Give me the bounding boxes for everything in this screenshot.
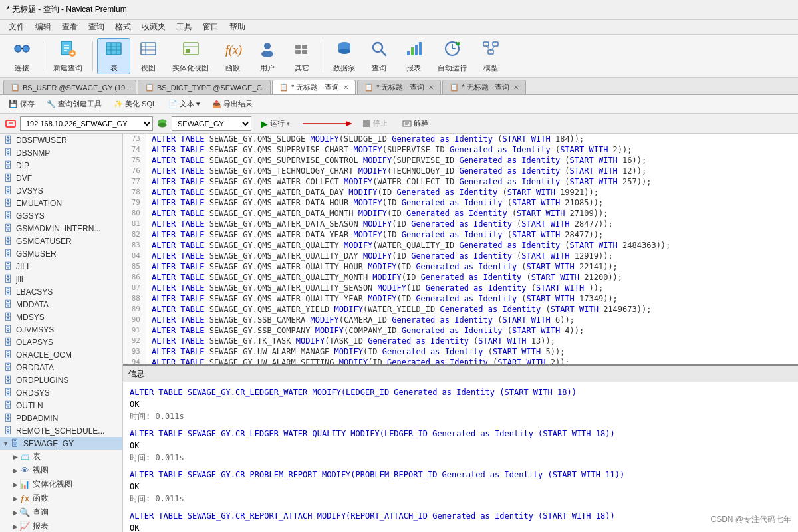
sidebar-label: GGSYS — [16, 211, 45, 221]
sidebar-item-mdsys[interactable]: 🗄 MDSYS — [0, 311, 122, 323]
sidebar-item-pdbadmin[interactable]: 🗄 PDBADMIN — [0, 412, 122, 424]
sidebar-item-sewage-gy[interactable]: ▼ 🗄 SEWAGE_GY — [0, 437, 122, 450]
line-content: ALTER TABLE SEWAGE_GY.QMS_WATER_QUALITY_… — [146, 293, 618, 304]
sidebar-item-gsmadmin[interactable]: 🗄 GSMADMIN_INTERN... — [0, 222, 122, 235]
query-group-icon: 🔍 — [19, 507, 30, 517]
tab-untitled-1[interactable]: 📋 * 无标题 - 查询 ✕ — [272, 80, 356, 94]
sidebar-item-mat-view[interactable]: ▶ 📊 实体化视图 — [0, 477, 122, 491]
menu-view[interactable]: 查看 — [57, 20, 83, 34]
sidebar-item-query[interactable]: ▶ 🔍 查询 — [0, 505, 122, 519]
toolbar-table[interactable]: 表 — [97, 38, 130, 74]
tab-bs-user[interactable]: 📋 BS_USER @SEWAGE_GY (19... ✕ — [3, 80, 136, 94]
line-content: ALTER TABLE SEWAGE_GY.QMS_WATER_QUALITY_… — [146, 283, 603, 293]
sidebar-item-table[interactable]: ▶ 🗃 表 — [0, 450, 122, 464]
toolbar-query[interactable]: 查询 — [362, 38, 396, 74]
tab-close-3[interactable]: ✕ — [343, 84, 348, 91]
menu-window[interactable]: 窗口 — [198, 20, 224, 34]
toolbar-data-pump[interactable]: 数据泵 — [327, 38, 361, 74]
run-btn[interactable]: ▶ 运行 ▾ — [255, 117, 295, 130]
sidebar-item-func[interactable]: ▶ ƒx 函数 — [0, 491, 122, 505]
sidebar-item-jili-upper[interactable]: 🗄 JILI — [0, 260, 122, 273]
toolbar-model[interactable]: 模型 — [474, 38, 507, 74]
toolbar-user[interactable]: 用户 — [251, 38, 284, 74]
sidebar-item-lbacsys[interactable]: 🗄 LBACSYS — [0, 285, 122, 298]
svg-rect-27 — [302, 50, 307, 54]
sidebar-item-dbsfwuser[interactable]: 🗄 DBSFWUSER — [0, 134, 122, 146]
toolbar-new-query[interactable]: + 新建查询 — [47, 38, 88, 74]
code-line: 90ALTER TABLE SEWAGE_GY.SSB_CAMERA MODIF… — [123, 315, 798, 325]
sidebar-item-olapsys[interactable]: 🗄 OLAPSYS — [0, 336, 122, 348]
sidebar-item-oracle-ocm[interactable]: 🗄 ORACLE_OCM — [0, 348, 122, 361]
sidebar-item-emulation[interactable]: 🗄 EMULATION — [0, 197, 122, 209]
svg-rect-50 — [363, 120, 370, 127]
stop-btn[interactable]: 停止 — [356, 117, 393, 130]
sidebar-label: PDBADMIN — [16, 414, 58, 423]
beautify-icon: ✨ — [114, 100, 123, 108]
svg-text:f(x): f(x) — [225, 43, 242, 57]
sidebar-item-dvsys[interactable]: 🗄 DVSYS — [0, 184, 122, 197]
code-editor[interactable]: 73ALTER TABLE SEWAGE_GY.QMS_SLUDGE MODIF… — [123, 134, 798, 366]
sidebar-item-jili-lower[interactable]: 🗄 jili — [0, 273, 122, 285]
sidebar-label: DBSNMP — [16, 148, 50, 158]
tab-close-5[interactable]: ✕ — [513, 84, 519, 91]
line-number: 79 — [123, 198, 146, 208]
toolbar-auto-run[interactable]: 自动运行 — [432, 38, 473, 74]
menu-help[interactable]: 帮助 — [224, 20, 251, 34]
sidebar-item-remote-schedule[interactable]: 🗄 REMOTE_SCHEDULE... — [0, 424, 122, 437]
sidebar-item-gsmcatuser[interactable]: 🗄 GSMCATUSER — [0, 235, 122, 247]
toolbar-other[interactable]: 其它 — [285, 38, 319, 74]
sidebar-item-ggsys[interactable]: 🗄 GGSYS — [0, 209, 122, 222]
sidebar-item-ordsys[interactable]: 🗄 ORDSYS — [0, 386, 122, 399]
sidebar-item-orddata[interactable]: 🗄 ORDDATA — [0, 361, 122, 374]
sidebar-item-mddata[interactable]: 🗄 MDDATA — [0, 298, 122, 311]
sidebar-item-dip[interactable]: 🗄 DIP — [0, 159, 122, 172]
tab-untitled-3[interactable]: 📋 * 无标题 - 查询 ✕ — [442, 80, 526, 94]
sidebar-label: DIP — [16, 161, 29, 170]
line-content: ALTER TABLE SEWAGE_GY.QMS_SUPERVISE_CHAR… — [146, 144, 632, 155]
run-dropdown[interactable]: ▾ — [287, 120, 290, 127]
text-btn[interactable]: 📄 文本 ▾ — [164, 97, 205, 111]
export-btn[interactable]: 📤 导出结果 — [207, 97, 257, 111]
menu-favorites[interactable]: 收藏夹 — [136, 20, 171, 34]
menu-query[interactable]: 查询 — [83, 20, 110, 34]
database-select[interactable]: SEWAGE_GY — [172, 116, 251, 131]
sidebar-item-view[interactable]: ▶ 👁 视图 — [0, 464, 122, 477]
toolbar-mat-view[interactable]: 实体化视图 — [166, 38, 215, 74]
sidebar-item-report[interactable]: ▶ 📈 报表 — [0, 519, 122, 532]
code-line: 84ALTER TABLE SEWAGE_GY.QMS_WATER_QUALIT… — [123, 251, 798, 261]
menu-edit[interactable]: 编辑 — [30, 20, 57, 34]
sidebar-item-dbsnmp[interactable]: 🗄 DBSNMP — [0, 146, 122, 159]
connect-icon — [13, 39, 31, 62]
new-query-icon: + — [59, 39, 77, 62]
svg-rect-20 — [186, 49, 190, 53]
sidebar-label: DVF — [16, 174, 32, 183]
tab-close-4[interactable]: ✕ — [428, 84, 434, 91]
save-btn[interactable]: 💾 保存 — [4, 97, 39, 111]
menu-tools[interactable]: 工具 — [171, 20, 198, 34]
connection-select[interactable]: 192.168.10.226_SEWAGE_GY — [20, 116, 153, 131]
line-content: ALTER TABLE SEWAGE_GY.SSB_CAMERA MODIFY(… — [146, 315, 575, 325]
toolbar-report[interactable]: 报表 — [397, 38, 430, 74]
menu-format[interactable]: 格式 — [110, 20, 136, 34]
sidebar-item-dvf[interactable]: 🗄 DVF — [0, 172, 122, 184]
query-wizard-btn[interactable]: 🔧 查询创建工具 — [42, 97, 106, 111]
code-line: 93ALTER TABLE SEWAGE_GY.UW_ALARM_MANAGE … — [123, 346, 798, 357]
toolbar-view[interactable]: 视图 — [132, 38, 165, 74]
menu-file[interactable]: 文件 — [3, 20, 30, 34]
toolbar-function-label: 函数 — [225, 63, 240, 73]
model-icon — [481, 39, 500, 62]
explain-btn[interactable]: 解释 — [397, 117, 434, 130]
sidebar-item-ojvmsys[interactable]: 🗄 OJVMSYS — [0, 323, 122, 336]
tab-untitled-2[interactable]: 📋 * 无标题 - 查询 ✕ — [357, 80, 441, 94]
toolbar-connect[interactable]: 连接 — [5, 38, 39, 74]
info-time: 时间: 0.011s — [130, 412, 184, 421]
tab-bs-dict[interactable]: 📋 BS_DICT_TYPE @SEWAGE_G... ✕ — [138, 80, 271, 94]
sidebar-item-ordplugins[interactable]: 🗄 ORDPLUGINS — [0, 374, 122, 386]
sidebar-item-gsmuser[interactable]: 🗄 GSMUSER — [0, 247, 122, 260]
toolbar-function[interactable]: f(x) 函数 — [216, 38, 249, 74]
table-group-icon: 🗃 — [19, 452, 30, 462]
tab-close-1[interactable]: ✕ — [135, 84, 136, 91]
db-icon: 🗄 — [3, 135, 13, 145]
beautify-btn[interactable]: ✨ 美化 SQL — [109, 97, 161, 111]
sidebar-item-outln[interactable]: 🗄 OUTLN — [0, 399, 122, 412]
